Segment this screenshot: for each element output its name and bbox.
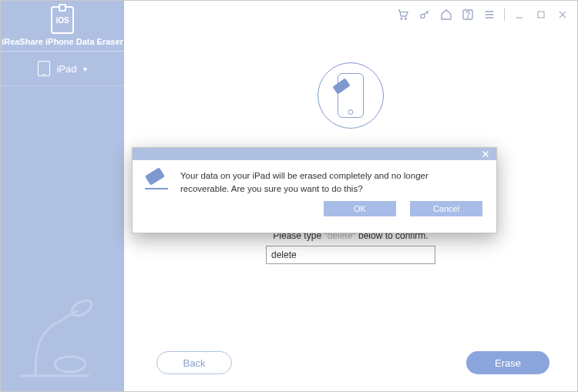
sidebar: iOS iReaShare iPhone Data Eraser iPad ▾ (1, 1, 124, 391)
dialog-header (133, 148, 496, 160)
dialog-message: Your data on your iPad will be erased co… (180, 169, 428, 195)
svg-point-1 (405, 18, 406, 19)
svg-point-0 (401, 18, 402, 19)
dialog-ok-button[interactable]: OK (324, 201, 396, 216)
hero-circle (318, 62, 384, 129)
confirm-dialog: Your data on your iPad will be erased co… (132, 147, 497, 233)
back-button[interactable]: Back (156, 351, 232, 374)
titlebar-separator (504, 8, 505, 21)
close-icon[interactable] (556, 8, 570, 22)
titlebar (396, 1, 577, 28)
footer-buttons: Back Erase (124, 351, 577, 374)
hero-phone-icon (338, 73, 364, 118)
signet-icon (8, 291, 101, 384)
app-window: iOS iReaShare iPhone Data Eraser iPad ▾ … (0, 0, 578, 392)
help-icon[interactable] (461, 8, 475, 22)
dialog-body: Your data on your iPad will be erased co… (133, 160, 496, 201)
device-selector[interactable]: iPad ▾ (1, 52, 124, 86)
erase-button[interactable]: Erase (466, 351, 549, 374)
dialog-close-icon[interactable] (479, 148, 492, 160)
maximize-icon[interactable] (534, 8, 548, 22)
svg-point-6 (69, 297, 94, 319)
ipad-icon (38, 61, 50, 76)
dialog-actions: OK Cancel (133, 201, 496, 224)
chevron-down-icon: ▾ (83, 65, 87, 73)
dialog-cancel-button[interactable]: Cancel (410, 201, 482, 216)
device-name: iPad (56, 63, 76, 75)
brand-text: iReaShare iPhone Data Eraser (2, 37, 123, 46)
hero-eraser-icon (332, 78, 350, 94)
confirm-input[interactable] (266, 246, 435, 264)
svg-point-4 (467, 17, 468, 18)
cart-icon[interactable] (396, 8, 410, 22)
menu-icon[interactable] (482, 8, 496, 22)
key-icon[interactable] (418, 8, 432, 22)
brand: iOS iReaShare iPhone Data Eraser (1, 1, 124, 52)
minimize-icon[interactable] (512, 8, 526, 22)
svg-rect-5 (538, 12, 544, 18)
svg-point-2 (421, 14, 425, 18)
eraser-icon (145, 171, 170, 189)
home-icon[interactable] (439, 8, 453, 22)
brand-icon: iOS (51, 6, 74, 34)
